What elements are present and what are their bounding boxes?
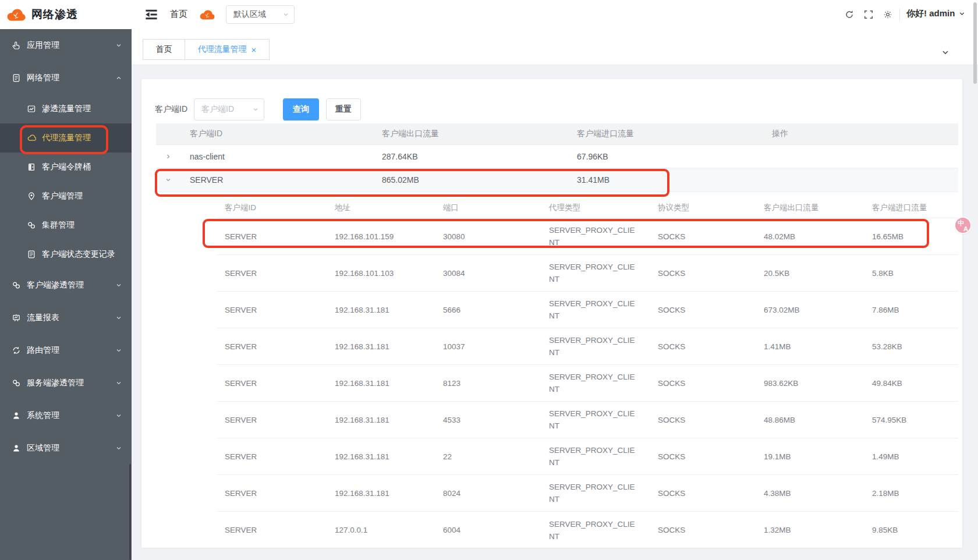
cell-client-id: SERVER: [217, 452, 327, 461]
cell-out-traffic: 20.5KB: [756, 269, 864, 278]
cell-in-traffic: 1.49MB: [864, 452, 958, 461]
sidebar-item-traffic-report[interactable]: 流量报表: [0, 302, 132, 334]
cell-client-id: SERVER: [217, 416, 327, 424]
cell-address: 192.168.101.159: [327, 232, 435, 241]
cell-protocol: SOCKS: [650, 232, 756, 241]
page-scrollbar-thumb[interactable]: [973, 2, 977, 84]
route-icon: [12, 346, 21, 355]
cell-out-traffic: 48.02MB: [756, 232, 864, 241]
sidebar-item-network-management[interactable]: 网络管理: [0, 62, 132, 94]
cell-in-traffic: 53.28KB: [864, 342, 958, 351]
cell-protocol: SOCKS: [650, 342, 756, 351]
inner-table-header-row: 客户端ID 地址 端口 代理类型 协议类型 客户端出口流量 客户端进口流量: [217, 198, 958, 218]
table-row-server[interactable]: SERVER 865.02MB 31.41MB: [156, 168, 958, 192]
hand-icon: [12, 41, 21, 50]
sidebar-item-server-penetration[interactable]: 服务端渗透管理: [0, 367, 132, 399]
sidebar-item-penetration-traffic[interactable]: 渗透流量管理: [0, 94, 132, 123]
expand-row-icon[interactable]: [165, 153, 172, 160]
app-title: 网络渗透: [31, 7, 78, 22]
cell-protocol: SOCKS: [650, 416, 756, 424]
sidebar-item-client-token-bucket[interactable]: 客户端令牌桶: [0, 153, 132, 182]
chevron-down-icon: [115, 314, 122, 321]
cell-proxy-type: SERVER_PROXY_CLIENT: [541, 334, 650, 359]
sidebar-item-client-penetration[interactable]: 客户端渗透管理: [0, 269, 132, 302]
cell-client-id: SERVER: [217, 526, 327, 534]
topbar: 首页 默认区域 你好! admin: [132, 0, 978, 29]
cell-proxy-type: SERVER_PROXY_CLIENT: [541, 518, 650, 543]
collapse-menu-icon[interactable]: [144, 8, 158, 22]
close-tab-icon[interactable]: ×: [251, 45, 257, 54]
inner-table-row: SERVER 192.168.31.181 4533 SERVER_PROXY_…: [217, 402, 958, 438]
tabbar-chevron-down-icon[interactable]: [941, 48, 950, 57]
sidebar-item-client-management[interactable]: 客户端管理: [0, 182, 132, 211]
collapse-row-icon[interactable]: [165, 176, 172, 183]
content-card: 客户端ID 客户端ID 查询 重置 客户端ID 客户端出口流量 客户端进口流量 …: [141, 79, 962, 548]
sidebar-item-client-status-log[interactable]: 客户端状态变更记录: [0, 240, 132, 269]
query-button[interactable]: 查询: [283, 98, 319, 120]
client-id-select[interactable]: 客户端ID: [194, 98, 264, 120]
cell-in-traffic: 7.86MB: [864, 306, 958, 314]
cell-out-traffic: 1.32MB: [756, 526, 864, 534]
server-detail-table: 客户端ID 地址 端口 代理类型 协议类型 客户端出口流量 客户端进口流量 SE…: [217, 198, 958, 548]
cell-in-traffic: 2.18MB: [864, 489, 958, 498]
cell-in-traffic: 9.85KB: [864, 526, 958, 534]
sidebar-scrollbar-thumb[interactable]: [129, 464, 131, 560]
client-id-placeholder: 客户端ID: [201, 104, 252, 115]
user-icon: [12, 444, 21, 453]
topbar-divider: [899, 8, 900, 21]
sidebar-item-app-management[interactable]: 应用管理: [0, 29, 132, 62]
user-menu[interactable]: 你好! admin: [906, 8, 966, 19]
inner-table-row: SERVER 192.168.31.181 8123 SERVER_PROXY_…: [217, 365, 958, 402]
inner-table-row: SERVER 192.168.31.181 10037 SERVER_PROXY…: [217, 328, 958, 365]
cell-port: 22: [435, 452, 541, 461]
inner-table-row: SERVER 192.168.31.181 8024 SERVER_PROXY_…: [217, 475, 958, 512]
sidebar-item-route-management[interactable]: 路由管理: [0, 334, 132, 367]
cell-client-id: SERVER: [217, 306, 327, 314]
cloud-icon[interactable]: [199, 8, 215, 22]
table-row-nas-client[interactable]: nas-client 287.64KB 67.96KB: [156, 145, 958, 168]
refresh-icon[interactable]: [844, 9, 855, 20]
logo-cloud-icon: [6, 6, 27, 23]
table-header-row: 客户端ID 客户端出口流量 客户端进口流量 操作: [156, 123, 958, 145]
cell-out-traffic: 983.62KB: [756, 379, 864, 388]
reset-button[interactable]: 重置: [326, 98, 361, 120]
cell-address: 192.168.101.103: [327, 269, 435, 278]
cell-client-id: SERVER: [217, 269, 327, 278]
user-icon: [12, 411, 21, 420]
fullscreen-icon[interactable]: [863, 9, 874, 20]
chevron-down-icon: [115, 42, 122, 49]
record-icon: [27, 250, 36, 259]
tab-proxy-traffic[interactable]: 代理流量管理 ×: [185, 39, 270, 60]
cell-client-id: SERVER: [217, 232, 327, 241]
sidebar-item-system-management[interactable]: 系统管理: [0, 399, 132, 432]
tab-bar: 首页 代理流量管理 ×: [132, 29, 978, 65]
cell-proxy-type: SERVER_PROXY_CLIENT: [541, 261, 650, 285]
inner-table-row: SERVER 192.168.101.103 30084 SERVER_PROX…: [217, 255, 958, 292]
cell-proxy-type: SERVER_PROXY_CLIENT: [541, 481, 650, 505]
header-in-traffic: 客户端进口流量: [568, 129, 763, 139]
breadcrumb-home[interactable]: 首页: [170, 9, 187, 20]
theme-icon[interactable]: [883, 9, 893, 20]
chevron-down-icon: [115, 347, 122, 354]
cell-port: 4533: [435, 416, 541, 424]
client-id-filter-label: 客户端ID: [155, 104, 187, 115]
chevron-down-icon: [115, 282, 122, 289]
link-icon: [12, 378, 21, 388]
chevron-down-icon: [115, 380, 122, 387]
cell-in-traffic: 574.95KB: [864, 416, 958, 424]
cell-port: 6004: [435, 526, 541, 534]
chevron-down-icon: [958, 10, 966, 17]
sidebar-item-region-management[interactable]: 区域管理: [0, 432, 132, 465]
cell-address: 192.168.31.181: [327, 452, 435, 461]
sidebar-item-proxy-traffic[interactable]: 代理流量管理: [0, 123, 132, 153]
cell-protocol: SOCKS: [650, 452, 756, 461]
inner-table-row: SERVER 192.168.31.181 5666 SERVER_PROXY_…: [217, 292, 958, 328]
cloud-icon: [27, 133, 36, 143]
cell-out-traffic: 4.38MB: [756, 489, 864, 498]
cell-in-traffic: 49.84KB: [864, 379, 958, 388]
tab-home[interactable]: 首页: [143, 39, 185, 60]
region-select[interactable]: 默认区域: [226, 5, 295, 24]
sidebar-item-cluster-management[interactable]: 集群管理: [0, 211, 132, 240]
translate-badge[interactable]: 中 A: [955, 218, 970, 233]
cell-out-traffic: 48.86MB: [756, 416, 864, 424]
